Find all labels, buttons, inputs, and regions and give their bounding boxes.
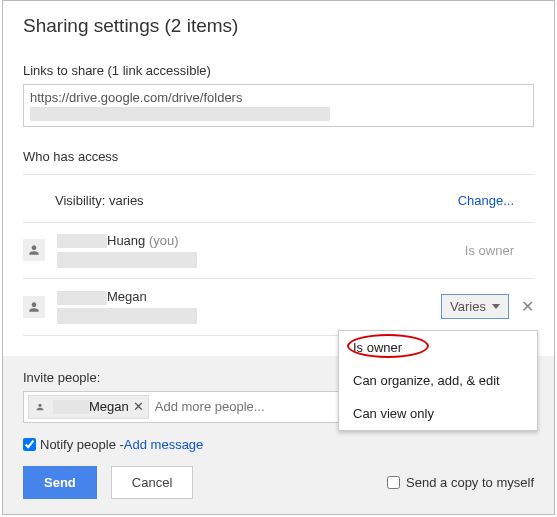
cancel-button[interactable]: Cancel xyxy=(111,466,193,499)
user-info: Megan xyxy=(57,289,197,325)
links-section: Links to share (1 link accessible) https… xyxy=(23,63,534,127)
person-icon xyxy=(23,239,45,261)
redacted-name xyxy=(53,400,89,414)
invite-chip: Megan ✕ xyxy=(28,395,149,419)
send-copy-checkbox[interactable] xyxy=(387,476,400,489)
user-row-owner: Huang (you) Is owner xyxy=(23,223,534,280)
redacted-name xyxy=(57,291,107,305)
role-option-edit[interactable]: Can organize, add, & edit xyxy=(339,364,537,397)
redacted-email xyxy=(57,308,197,324)
redacted-name xyxy=(57,234,107,248)
role-dropdown-menu: Is owner Can organize, add, & edit Can v… xyxy=(338,330,538,431)
user-email xyxy=(57,250,197,268)
visibility-label: Visibility: varies xyxy=(55,193,144,208)
user-info: Huang (you) xyxy=(57,233,197,269)
chip-remove-button[interactable]: ✕ xyxy=(133,399,144,414)
notify-label: Notify people - xyxy=(40,437,124,452)
person-icon xyxy=(31,398,49,416)
dialog-title: Sharing settings (2 items) xyxy=(23,15,534,37)
send-copy-label: Send a copy to myself xyxy=(406,475,534,490)
send-copy-row: Send a copy to myself xyxy=(387,475,534,490)
who-heading: Who has access xyxy=(23,149,534,175)
redacted-email xyxy=(57,252,197,268)
user-name: Megan xyxy=(57,289,197,305)
redacted-url xyxy=(30,107,330,121)
remove-user-button[interactable]: ✕ xyxy=(521,297,534,316)
share-link-text: https://drive.google.com/drive/folders xyxy=(30,90,242,105)
share-link-input[interactable]: https://drive.google.com/drive/folders xyxy=(23,84,534,127)
change-visibility-link[interactable]: Change... xyxy=(458,193,514,208)
role-option-owner[interactable]: Is owner xyxy=(339,331,537,364)
chevron-down-icon xyxy=(492,304,500,309)
who-has-access-section: Who has access Visibility: varies Change… xyxy=(23,149,534,336)
sharing-settings-dialog: Sharing settings (2 items) Links to shar… xyxy=(2,0,555,515)
add-message-link[interactable]: Add message xyxy=(124,437,204,452)
send-button[interactable]: Send xyxy=(23,466,97,499)
user-row-member: Megan Varies ✕ Is owner Can organize, ad… xyxy=(23,279,534,336)
user-name: Huang (you) xyxy=(57,233,197,249)
chip-name: Megan xyxy=(89,399,129,414)
person-icon xyxy=(23,296,45,318)
links-label: Links to share (1 link accessible) xyxy=(23,63,534,78)
role-dropdown[interactable]: Varies xyxy=(441,294,509,319)
user-email xyxy=(57,307,197,325)
role-option-view[interactable]: Can view only xyxy=(339,397,537,430)
notify-row: Notify people - Add message xyxy=(23,437,534,452)
notify-checkbox[interactable] xyxy=(23,438,36,451)
visibility-row: Visibility: varies Change... xyxy=(23,179,534,223)
button-row: Send Cancel Send a copy to myself xyxy=(23,466,534,499)
owner-role-label: Is owner xyxy=(465,243,514,258)
role-dropdown-label: Varies xyxy=(450,299,486,314)
